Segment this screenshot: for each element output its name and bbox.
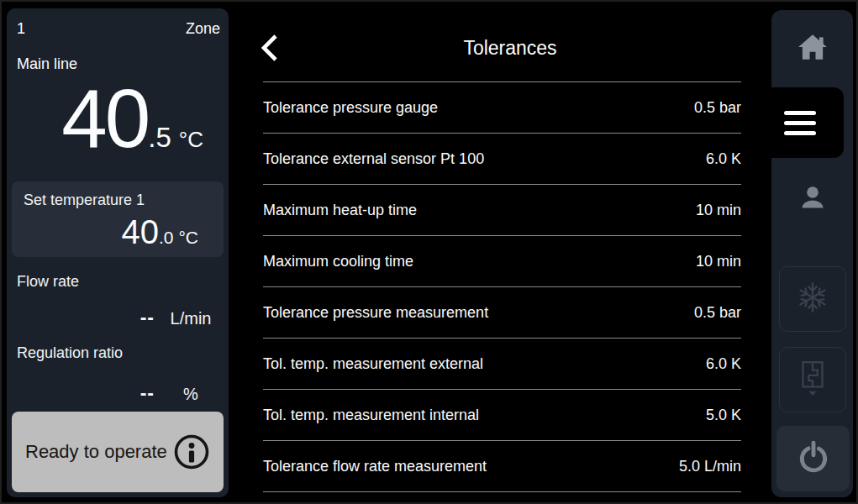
- main-temperature-display: 40 .5 °C: [61, 77, 203, 160]
- snowflake-icon: [795, 280, 830, 318]
- list-item[interactable]: Tol. temp. measurement internal 5.0 K: [263, 390, 741, 441]
- regulation-ratio-value-row: -- %: [7, 384, 227, 403]
- row-value: 6.0 K: [706, 150, 741, 168]
- set-temp-integer: 40: [121, 215, 159, 249]
- regulation-ratio-value: --: [140, 384, 155, 403]
- list-item[interactable]: Tolerance pressure gauge 0.5 bar: [263, 82, 741, 134]
- sidebar-item-home[interactable]: [771, 10, 853, 87]
- row-label: Maximum heat-up time: [263, 202, 417, 219]
- row-label: Maximum cooling time: [263, 253, 413, 270]
- row-label: Tol. temp. measurement internal: [263, 407, 479, 424]
- menu-icon: [784, 108, 816, 138]
- sidebar-item-mold-purge[interactable]: [779, 347, 846, 412]
- row-value: 5.0 L/min: [679, 458, 741, 475]
- flow-rate-unit: L/min: [155, 310, 227, 327]
- row-label: Tolerance pressure gauge: [263, 99, 438, 117]
- main-temp-fraction: .5: [148, 123, 171, 151]
- row-value: 5.0 K: [706, 407, 741, 424]
- hmi-screen: 1 Zone Main line 40 .5 °C Set temperatur…: [0, 0, 858, 504]
- row-label: Tolerance pressure measurement: [263, 304, 488, 322]
- row-label: Tolerance external sensor Pt 100: [263, 150, 484, 168]
- set-temp-unit: °C: [178, 228, 198, 246]
- zone-panel: 1 Zone Main line 40 .5 °C Set temperatur…: [7, 8, 229, 497]
- main-line-label: Main line: [17, 55, 77, 73]
- power-icon: [797, 440, 830, 477]
- zone-label: Zone: [186, 20, 220, 38]
- row-value: 0.5 bar: [694, 304, 741, 322]
- tolerances-list: Tolerance pressure gauge 0.5 bar Toleran…: [263, 81, 741, 492]
- sidebar-item-power[interactable]: [776, 426, 850, 491]
- zone-header: 1 Zone: [17, 20, 220, 38]
- list-item[interactable]: Maximum heat-up time 10 min: [263, 185, 741, 236]
- sidebar-item-menu[interactable]: [756, 87, 844, 158]
- sidebar-item-user[interactable]: [771, 163, 853, 235]
- sidebar-item-cooling[interactable]: [779, 266, 846, 332]
- row-label: Tolerance flow rate measurement: [263, 458, 487, 475]
- list-item[interactable]: Tolerance external sensor Pt 100 6.0 K: [263, 134, 741, 185]
- set-temperature-label: Set temperature 1: [24, 192, 145, 209]
- row-value: 6.0 K: [706, 355, 741, 373]
- info-icon[interactable]: [173, 433, 210, 470]
- flow-rate-label: Flow rate: [17, 273, 79, 291]
- status-card[interactable]: Ready to operate: [12, 412, 224, 492]
- home-icon: [797, 32, 829, 66]
- set-temp-fraction: .0: [159, 228, 174, 246]
- set-temperature-card[interactable]: Set temperature 1 40 .0 °C: [12, 181, 224, 257]
- list-item[interactable]: Tol. temp. measurement external 6.0 K: [263, 339, 741, 390]
- mold-purge-icon: [795, 359, 830, 401]
- main-temp-integer: 40: [61, 77, 148, 160]
- page-title: Tolerances: [238, 37, 771, 60]
- regulation-ratio-unit: %: [155, 386, 227, 402]
- zone-number: 1: [17, 20, 25, 38]
- row-value: 10 min: [696, 253, 741, 270]
- flow-rate-value: --: [140, 308, 155, 328]
- status-text: Ready to operate: [25, 441, 167, 463]
- user-icon: [797, 182, 828, 216]
- tolerances-page: Tolerances Tolerance pressure gauge 0.5 …: [238, 0, 771, 504]
- row-label: Tol. temp. measurement external: [263, 355, 483, 373]
- flow-rate-value-row: -- L/min: [7, 308, 227, 328]
- row-value: 10 min: [696, 202, 741, 219]
- regulation-ratio-label: Regulation ratio: [17, 344, 123, 362]
- list-item[interactable]: Tolerance flow rate measurement 5.0 L/mi…: [263, 441, 741, 492]
- list-item[interactable]: Maximum cooling time 10 min: [263, 236, 741, 287]
- row-value: 0.5 bar: [694, 99, 741, 117]
- set-temperature-value: 40 .0 °C: [121, 215, 198, 249]
- main-temp-unit: °C: [179, 129, 203, 150]
- list-item[interactable]: Tolerance pressure measurement 0.5 bar: [263, 287, 741, 339]
